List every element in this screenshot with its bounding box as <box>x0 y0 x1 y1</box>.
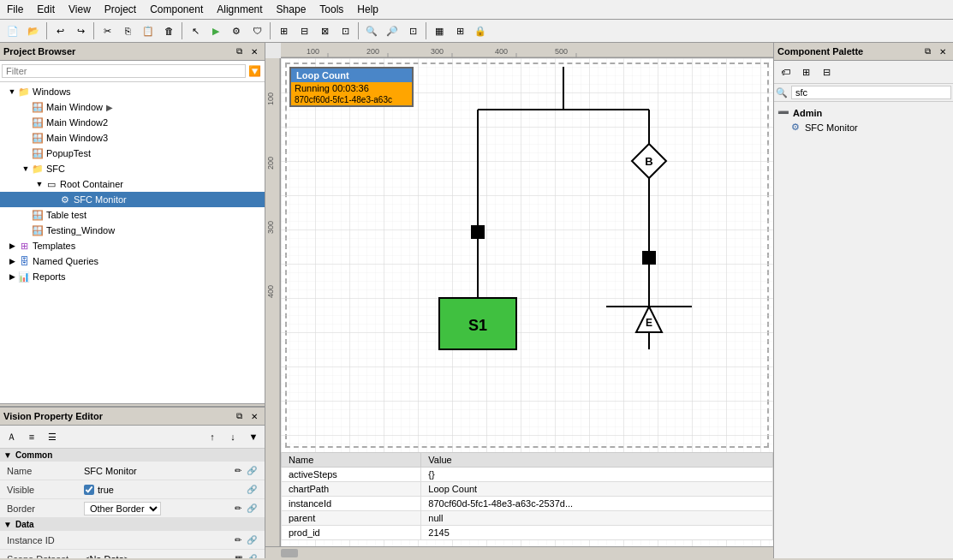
menu-help[interactable]: Help <box>350 2 385 17</box>
prop-actions: ▦ 🔗 <box>232 553 258 559</box>
copy-btn[interactable]: ⎘ <box>118 21 137 40</box>
undo-btn[interactable]: ↩ <box>51 21 69 40</box>
tree-item-sfc[interactable]: ▼ 📁 SFC <box>0 161 265 176</box>
edit-btn[interactable]: ✏ <box>232 503 244 515</box>
tree-label: Testing_Window <box>46 225 115 235</box>
menu-component[interactable]: Component <box>143 2 210 17</box>
grid-btn[interactable]: ▦ <box>430 21 449 40</box>
left-transition <box>471 225 485 239</box>
common-section-header[interactable]: ▼ Common <box>0 449 265 462</box>
align4[interactable]: ⊡ <box>336 21 354 40</box>
expand-windows[interactable]: ▼ <box>7 86 17 97</box>
palette-tool1[interactable]: 🏷 <box>776 63 795 81</box>
close-prop-btn[interactable]: ✕ <box>247 409 261 423</box>
scrollbar-thumb[interactable] <box>281 549 298 557</box>
run-btn[interactable]: ▶ <box>206 21 225 40</box>
prop-tool-sort-asc[interactable]: ↑ <box>203 427 222 446</box>
tree-item-reports[interactable]: ▶ 📊 Reports <box>0 269 265 284</box>
expand-reports[interactable]: ▶ <box>7 271 17 282</box>
tree-item-popuptest[interactable]: 🪟 PopupTest <box>0 146 265 161</box>
palette-item-sfc-monitor[interactable]: ⚙ SFC Monitor <box>774 120 953 134</box>
tree-item-sfc-monitor[interactable]: ⚙ SFC Monitor <box>0 192 265 207</box>
cut-btn[interactable]: ✂ <box>98 21 116 40</box>
expand-templates[interactable]: ▶ <box>7 241 17 251</box>
link-btn[interactable]: 🔗 <box>246 484 258 496</box>
menu-file[interactable]: File <box>0 2 30 17</box>
expand-queries[interactable]: ▶ <box>7 256 17 266</box>
palette-group-admin-header[interactable]: ➖ Admin <box>774 105 953 120</box>
restore-palette-btn[interactable]: ⧉ <box>920 45 934 58</box>
zoom-fit[interactable]: ⊡ <box>403 21 422 40</box>
table-row[interactable]: parentnull <box>282 511 773 526</box>
palette-search-input[interactable] <box>791 86 951 99</box>
prop-tool-category[interactable]: ≡ <box>22 427 41 446</box>
snap-btn[interactable]: ⊞ <box>450 21 469 40</box>
delete-btn[interactable]: 🗑 <box>159 21 178 40</box>
tool1[interactable]: ⚙ <box>227 21 246 40</box>
tree-item-templates[interactable]: ▶ ⊞ Templates <box>0 238 265 253</box>
section-label: Data <box>15 520 34 529</box>
prop-tool-list[interactable]: ☰ <box>43 427 62 446</box>
table-row[interactable]: prod_id2145 <box>282 526 773 540</box>
restore-btn[interactable]: ⧉ <box>232 45 246 58</box>
tree-item-root-container[interactable]: ▼ ▭ Root Container <box>0 176 265 192</box>
paste-btn[interactable]: 📋 <box>139 21 158 40</box>
link-btn[interactable]: 🔗 <box>246 503 258 515</box>
align3[interactable]: ⊠ <box>315 21 334 40</box>
palette-tool3[interactable]: ⊟ <box>817 63 836 81</box>
menu-shape[interactable]: Shape <box>270 2 313 17</box>
menu-view[interactable]: View <box>62 2 98 17</box>
prop-tool-sort-desc[interactable]: ↓ <box>223 427 242 446</box>
prop-tool-alphabetic[interactable]: Ａ <box>2 427 21 446</box>
data-section-header[interactable]: ▼ Data <box>0 518 265 531</box>
prop-tool-filter[interactable]: ▼ <box>244 427 263 446</box>
expand-root[interactable]: ▼ <box>34 179 45 189</box>
redo-btn[interactable]: ↪ <box>71 21 90 40</box>
bottom-scrollbar[interactable] <box>265 546 773 558</box>
new-btn[interactable]: 📄 <box>3 21 22 40</box>
table-row[interactable]: activeSteps{} <box>282 468 773 482</box>
align1[interactable]: ⊞ <box>274 21 293 40</box>
select-btn[interactable]: ↖ <box>186 21 205 40</box>
menu-edit[interactable]: Edit <box>30 2 62 17</box>
border-dropdown[interactable]: Other Border <box>84 502 161 515</box>
edit-btn[interactable]: ✏ <box>232 465 244 477</box>
sep1 <box>46 22 47 39</box>
tree-item-windows[interactable]: ▼ 📁 Windows <box>0 84 265 99</box>
visible-checkbox[interactable] <box>84 485 94 495</box>
link-btn[interactable]: 🔗 <box>246 553 258 559</box>
tree-item-main-window2[interactable]: 🪟 Main Window2 <box>0 115 265 130</box>
grid-btn[interactable]: ▦ <box>232 553 244 559</box>
table-row[interactable]: chartPathLoop Count <box>282 482 773 497</box>
prop-scope-value: <No Data> <box>84 554 232 559</box>
close-browser-btn[interactable]: ✕ <box>247 45 261 58</box>
tool2[interactable]: 🛡 <box>247 21 266 40</box>
menu-project[interactable]: Project <box>98 2 143 17</box>
edit-btn[interactable]: ✏ <box>232 534 244 546</box>
zoom-out[interactable]: 🔎 <box>383 21 402 40</box>
restore-prop-btn[interactable]: ⧉ <box>232 409 246 423</box>
tree-item-named-queries[interactable]: ▶ 🗄 Named Queries <box>0 253 265 269</box>
tree-item-main-window3[interactable]: 🪟 Main Window3 <box>0 130 265 146</box>
tree-item-table-test[interactable]: 🪟 Table test <box>0 207 265 223</box>
close-palette-btn[interactable]: ✕ <box>936 45 950 58</box>
tree-item-main-window[interactable]: 🪟 Main Window ▶ <box>0 99 265 115</box>
zoom-in[interactable]: 🔍 <box>362 21 381 40</box>
tree-item-testing-window[interactable]: 🪟 Testing_Window <box>0 223 265 238</box>
filter-options-btn[interactable]: 🔽 <box>246 63 263 80</box>
lock-btn[interactable]: 🔒 <box>471 21 490 40</box>
filter-bar: 🔽 <box>0 61 265 82</box>
prop-name-value: SFC Monitor <box>84 466 232 476</box>
palette-tool2[interactable]: ⊞ <box>796 63 815 81</box>
canvas-inner[interactable]: Loop Count Running 00:03:36 870cf60d-5fc… <box>281 58 773 546</box>
link-btn[interactable]: 🔗 <box>246 534 258 546</box>
expand-sfc[interactable]: ▼ <box>21 164 31 174</box>
menu-tools[interactable]: Tools <box>313 2 350 17</box>
filter-input[interactable] <box>2 64 246 78</box>
align2[interactable]: ⊟ <box>295 21 313 40</box>
menu-alignment[interactable]: Alignment <box>210 2 269 17</box>
open-btn[interactable]: 📂 <box>24 21 43 40</box>
table-row[interactable]: instanceId870cf60d-5fc1-48e3-a63c-2537d.… <box>282 497 773 511</box>
prop-actions: ✏ 🔗 <box>232 534 258 546</box>
link-btn[interactable]: 🔗 <box>246 465 258 477</box>
